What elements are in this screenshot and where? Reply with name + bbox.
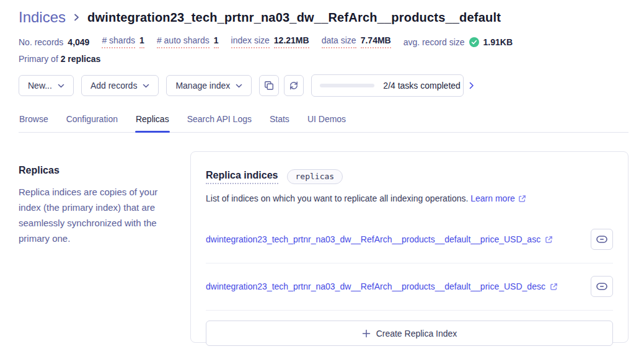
check-circle-icon: [469, 37, 479, 47]
refresh-button[interactable]: [284, 75, 304, 96]
plus-icon: [362, 329, 371, 338]
card-description: List of indices on which you want to rep…: [206, 193, 613, 203]
primary-of-replicas: Primary of 2 replicas: [19, 54, 629, 64]
tab-ui-demos[interactable]: UI Demos: [307, 110, 346, 132]
replicas-code-badge: replicas: [287, 169, 343, 184]
tasks-progress-widget[interactable]: 2/4 tasks completed: [311, 74, 464, 97]
breadcrumb-chevron-icon: [73, 12, 80, 22]
page-title-index-name: dwintegration23_tech_prtnr_na03_dw__RefA…: [87, 11, 501, 25]
side-description-text: Replica indices are copies of your index…: [19, 184, 172, 246]
refresh-icon: [289, 81, 299, 91]
replica-row: dwintegration23_tech_prtnr_na03_dw__RefA…: [206, 216, 613, 263]
external-link-icon: [518, 195, 526, 203]
card-title-row: Replica indices replicas: [206, 169, 613, 184]
index-stats: No. records 4,049 # shards 1 # auto shar…: [19, 35, 629, 48]
create-replica-index-button[interactable]: Create Replica Index: [206, 321, 613, 346]
card-title: Replica indices: [206, 170, 278, 184]
breadcrumb: Indices dwintegration23_tech_prtnr_na03_…: [19, 9, 629, 26]
side-heading: Replicas: [19, 165, 172, 176]
chevron-right-icon: [469, 82, 474, 89]
replicas-side-description: Replicas Replica indices are copies of y…: [19, 133, 172, 343]
breadcrumb-indices-link[interactable]: Indices: [19, 9, 66, 26]
replica-list: dwintegration23_tech_prtnr_na03_dw__RefA…: [206, 216, 613, 311]
toolbar: New... Add records Manage index: [19, 74, 629, 97]
add-records-dropdown-button[interactable]: Add records: [81, 75, 159, 96]
copy-index-button[interactable]: [259, 75, 279, 96]
learn-more-link[interactable]: Learn more: [470, 193, 526, 203]
link-chain-icon: [596, 283, 607, 290]
stat-data-size: data size 7.74MB: [322, 35, 391, 48]
stat-shards: # shards 1: [102, 35, 144, 48]
external-link-icon: [550, 283, 558, 291]
new-dropdown-button[interactable]: New...: [19, 75, 74, 96]
tab-configuration[interactable]: Configuration: [66, 110, 118, 132]
replica-indices-card: Replica indices replicas List of indices…: [190, 151, 629, 343]
manage-index-dropdown-button[interactable]: Manage index: [166, 75, 252, 96]
copy-icon: [264, 81, 274, 91]
replica-link-price-usd-desc[interactable]: dwintegration23_tech_prtnr_na03_dw__RefA…: [206, 281, 558, 291]
stat-index-size: index size 12.21MB: [231, 35, 309, 48]
tab-browse[interactable]: Browse: [19, 110, 49, 132]
tasks-progress-bar: [320, 84, 374, 87]
stat-no-records: No. records 4,049: [19, 37, 89, 47]
stat-auto-shards: # auto shards 1: [157, 35, 219, 48]
link-chain-icon: [596, 236, 607, 243]
tab-search-api-logs[interactable]: Search API Logs: [187, 110, 252, 132]
chevron-down-icon: [58, 84, 64, 88]
stat-avg-record-size: avg. record size 1.91KB: [404, 37, 513, 47]
external-link-icon: [545, 236, 553, 244]
indices-page: Indices dwintegration23_tech_prtnr_na03_…: [0, 0, 644, 354]
replica-row: dwintegration23_tech_prtnr_na03_dw__RefA…: [206, 263, 613, 311]
replica-linked-button[interactable]: [591, 229, 613, 250]
replica-link-price-usd-asc[interactable]: dwintegration23_tech_prtnr_na03_dw__RefA…: [206, 234, 553, 244]
chevron-down-icon: [236, 84, 242, 88]
tab-stats[interactable]: Stats: [269, 110, 290, 132]
chevron-down-icon: [143, 84, 149, 88]
replica-linked-button[interactable]: [591, 276, 613, 297]
replicas-content: Replicas Replica indices are copies of y…: [19, 133, 629, 343]
tab-replicas[interactable]: Replicas: [135, 110, 170, 132]
index-tabs: Browse Configuration Replicas Search API…: [19, 110, 629, 133]
